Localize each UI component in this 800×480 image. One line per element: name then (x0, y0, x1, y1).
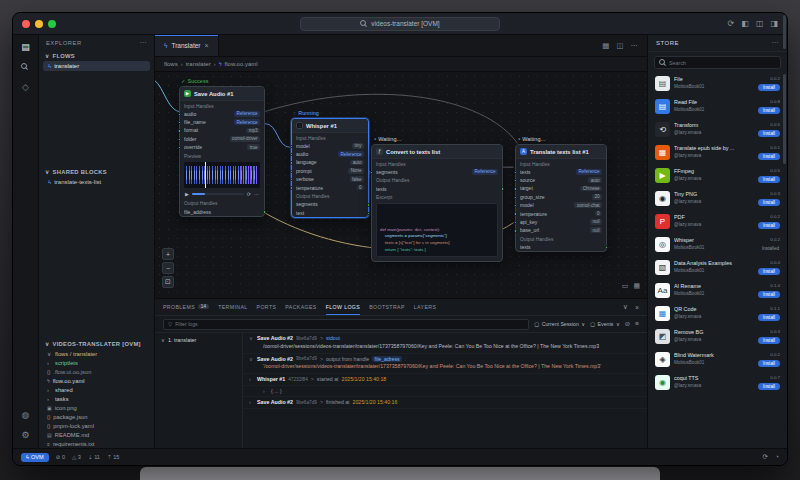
output-handle-row[interactable]: texts (516, 243, 606, 251)
handle-port[interactable] (290, 186, 293, 189)
log-expander-icon[interactable]: ∨ (249, 356, 254, 362)
breadcrumb-item[interactable]: translater › (186, 61, 216, 67)
status-counter[interactable]: ⊘ 0 (56, 454, 65, 460)
handle-port[interactable] (367, 203, 370, 206)
handle-port[interactable] (501, 187, 504, 190)
grid-view-icon[interactable]: ▦ (602, 41, 609, 50)
zoom-window-button[interactable] (48, 20, 56, 28)
install-button[interactable]: Install (758, 291, 780, 298)
sidebar-item-shared-block[interactable]: ϟ translate-texts-list (43, 177, 150, 187)
explorer-icon[interactable]: ▤ (21, 43, 30, 52)
install-button[interactable]: Install (758, 360, 780, 367)
input-handle-row[interactable]: folder oomol-driver (180, 135, 264, 143)
panel-tab[interactable]: PORTS (257, 299, 277, 315)
file-tree-item[interactable]: › shared (39, 385, 154, 394)
file-tree-item[interactable]: ∨ flows / translater (39, 349, 154, 358)
store-item[interactable]: ◉ coqui TTS @lazy.smava 0.0.7 Install (648, 371, 787, 394)
canvas-grid-icon[interactable]: ▦ (633, 282, 640, 290)
log-list[interactable]: ∨ Save Audio #2 9be6a7d9 > stdout (243, 333, 647, 448)
close-window-button[interactable] (22, 20, 30, 28)
clear-logs-icon[interactable]: ⊘ (625, 320, 630, 328)
filter-logs-input[interactable] (175, 321, 524, 327)
store-nav-icon[interactable]: ◇ (22, 83, 29, 92)
log-handle-token[interactable]: file_adress (372, 356, 402, 362)
tab-translater[interactable]: ϟ Translater × (155, 35, 219, 56)
wrap-lines-icon[interactable]: ≡ (635, 320, 639, 328)
output-handle-row[interactable]: text (292, 209, 368, 217)
node-header[interactable]: A Translate texts list #1 (516, 145, 606, 159)
input-handle-row[interactable]: override true (180, 143, 264, 151)
node-header[interactable]: ▶ Save Audio #1 (180, 87, 264, 101)
log-expander-icon[interactable]: › (249, 399, 254, 405)
handle-port[interactable] (290, 145, 293, 148)
status-counter[interactable]: △ 3 (72, 454, 81, 460)
handle-port[interactable] (290, 161, 293, 164)
toggle-panel-right-icon[interactable]: ◨ (770, 19, 778, 28)
input-handle-row[interactable]: segments Reference (372, 168, 502, 176)
explorer-more-icon[interactable]: ⋯ (140, 39, 148, 47)
store-item[interactable]: ▤ Read File MobiusBook01 0.0.8 Install (648, 95, 787, 118)
panel-tab[interactable]: PROBLEMS 14 (163, 299, 209, 315)
handle-port[interactable] (263, 210, 266, 213)
node-translate-texts[interactable]: ◔ Waiting... A Translate texts list #1 I… (515, 144, 607, 252)
search-nav-icon[interactable] (21, 63, 30, 72)
breadcrumb-item[interactable]: ϟ flow.oo.yaml › (219, 61, 258, 67)
file-tree-item[interactable]: ≡ requirements.txt (39, 439, 154, 448)
zoom-out-button[interactable]: − (162, 262, 174, 274)
handle-port[interactable] (367, 212, 370, 215)
store-item[interactable]: Aa AI Rename MobiusBook01 0.1.4 Install (648, 279, 787, 302)
file-tree-item[interactable]: {} pnpm-lock.yaml (39, 421, 154, 430)
flows-section-header[interactable]: ∨ FLOWS (39, 51, 154, 61)
handle-port[interactable] (514, 204, 517, 207)
file-tree-item[interactable]: › scriptlets (39, 358, 154, 367)
input-handle-row[interactable]: audio Reference (292, 150, 368, 158)
zoom-fit-button[interactable]: ⊡ (162, 276, 174, 288)
install-button[interactable]: Install (758, 383, 780, 390)
audio-waveform[interactable] (184, 162, 260, 188)
node-whisper[interactable]: ◌ Running ◌ Whisper #1 Input Handles (291, 118, 369, 218)
install-button[interactable]: Install (758, 176, 780, 183)
store-item[interactable]: ◎ Whisper MobiusBook01 0.0.2 Installed (648, 233, 787, 256)
store-item[interactable]: ◈ Blind Watermark MobiusBook01 0.0.2 Ins… (648, 348, 787, 371)
input-handle-row[interactable]: audio Reference (180, 110, 264, 118)
shared-blocks-section-header[interactable]: ∨ SHARED BLOCKS (39, 167, 154, 177)
output-handle-row[interactable]: file_address (180, 207, 264, 215)
node-save-audio[interactable]: ✓ Success ▶ Save Audio #1 Input Handles (179, 86, 265, 217)
store-item[interactable]: P PDF @lazy.smava 0.0.2 Install (648, 210, 787, 233)
install-button[interactable]: Install (758, 337, 780, 344)
minimize-window-button[interactable] (35, 20, 43, 28)
sidebar-item-flow[interactable]: ϟ translater (43, 61, 150, 71)
node-header[interactable]: ◌ Whisper #1 (292, 119, 368, 133)
handle-port[interactable] (514, 196, 517, 199)
store-scrollbar[interactable] (783, 74, 786, 164)
store-search-input[interactable] (669, 60, 776, 66)
input-handle-row[interactable]: texts Reference (516, 168, 606, 176)
store-item[interactable]: ▶ FFmpeg @lazy.smava 0.0.5 Install (648, 164, 787, 187)
store-item[interactable]: ⟲ Transform @lazy.smava 0.0.5 Install (648, 118, 787, 141)
code-excerpt[interactable]: def main(params: dict, context): segment… (376, 203, 498, 257)
input-handle-row[interactable]: file_name Reference (180, 118, 264, 126)
handle-port[interactable] (290, 170, 293, 173)
handle-port[interactable] (290, 178, 293, 181)
panel-tab[interactable]: PACKAGES (285, 299, 316, 315)
input-handle-row[interactable]: model oomol-chat (516, 201, 606, 209)
panel-tab[interactable]: LAYERS (414, 299, 437, 315)
handle-port[interactable] (514, 221, 517, 224)
session-dropdown[interactable]: ▢ Current Session ∨ (534, 321, 585, 327)
handle-port[interactable] (514, 187, 517, 190)
panel-chevron-icon[interactable]: ∨ (623, 303, 628, 311)
input-handle-row[interactable]: prompt None (292, 167, 368, 175)
install-button[interactable]: Install (758, 199, 780, 206)
node-header[interactable]: ƒ Convert to texts list (372, 145, 502, 159)
input-handle-row[interactable]: group_size 20 (516, 193, 606, 201)
handle-port[interactable] (178, 113, 181, 116)
input-handle-row[interactable]: format mp3 (180, 126, 264, 134)
logs-scrollbar[interactable] (783, 15, 786, 49)
breadcrumb-item[interactable]: flows › (164, 61, 183, 67)
command-center[interactable]: videos-translater [OVM] (300, 17, 500, 31)
panel-close-icon[interactable]: × (635, 304, 639, 311)
file-tree-item[interactable]: ▣ icon.png (39, 403, 154, 412)
log-expander-icon[interactable]: ∨ (249, 335, 254, 341)
install-button[interactable]: Install (758, 222, 780, 229)
status-counter[interactable]: ⇡ 15 (107, 454, 119, 460)
